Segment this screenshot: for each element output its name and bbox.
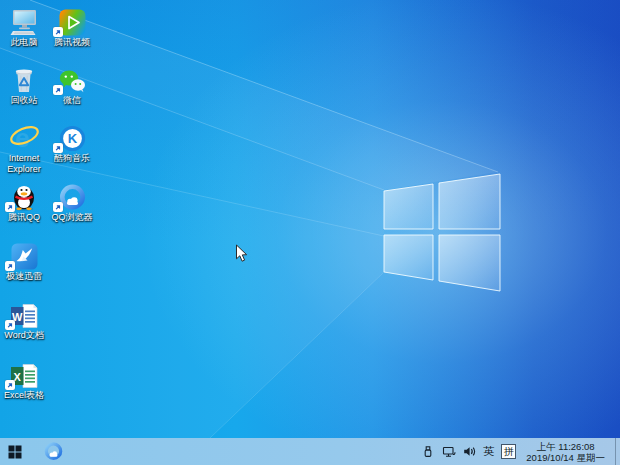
shortcut-arrow-icon [5,320,15,330]
icon-label: 腾讯QQ [8,212,40,223]
shortcut-arrow-icon [53,27,63,37]
icon-label: Word文档 [4,330,43,341]
icon-label: 腾讯视频 [54,37,90,48]
icon-label: 极速迅雷 [6,271,42,282]
clock-date: 2019/10/14 星期一 [526,452,605,463]
this-pc-icon [7,6,41,36]
qq-browser-icon [44,442,63,461]
ime-mode-indicator[interactable]: 拼 [501,444,516,459]
wechat-icon [55,64,89,94]
desktop-icon-thunder[interactable]: 极速迅雷 [1,240,47,282]
word-document-icon: W [7,299,41,329]
network-icon[interactable] [442,445,456,458]
usb-device-icon[interactable] [422,445,435,458]
qq-browser-icon [55,181,89,211]
icon-label: Excel表格 [4,390,44,401]
shortcut-arrow-icon [5,380,15,390]
internet-explorer-icon: e [7,122,41,152]
icon-label: Internet Explorer [1,153,47,175]
show-desktop-button[interactable] [615,438,620,465]
volume-icon[interactable] [463,445,476,458]
icon-label: 此电脑 [11,37,38,48]
desktop: 此电脑 腾讯视频 回收站 [0,0,620,465]
tencent-video-icon [55,6,89,36]
taskbar-qq-browser-button[interactable] [38,438,68,465]
taskbar-clock[interactable]: 上午 11:26:08 2019/10/14 星期一 [523,441,608,463]
desktop-icon-tencent-video[interactable]: 腾讯视频 [49,6,95,48]
windows-logo-icon [8,445,22,459]
shortcut-arrow-icon [53,202,63,212]
taskbar: 英 拼 上午 11:26:08 2019/10/14 星期一 [0,438,620,465]
kugou-music-icon: K [55,122,89,152]
desktop-icon-word-document[interactable]: W Word文档 [1,299,47,341]
shortcut-arrow-icon [53,143,63,153]
excel-sheet-icon: X [7,359,41,389]
clock-time: 上午 11:26:08 [526,441,605,452]
icon-label: 酷狗音乐 [54,153,90,164]
ime-language-indicator[interactable]: 英 [483,438,494,465]
shortcut-arrow-icon [5,202,15,212]
desktop-icon-wechat[interactable]: 微信 [49,64,95,106]
desktop-icon-qq-browser[interactable]: QQ浏览器 [49,181,95,223]
shortcut-arrow-icon [5,261,15,271]
recycle-bin-icon [7,64,41,94]
tencent-qq-icon [7,181,41,211]
desktop-icon-kugou-music[interactable]: K 酷狗音乐 [49,122,95,164]
thunder-icon [7,240,41,270]
icon-label: QQ浏览器 [51,212,92,223]
desktop-icon-excel-sheet[interactable]: X Excel表格 [1,359,47,401]
desktop-icon-internet-explorer[interactable]: e Internet Explorer [1,122,47,175]
desktop-icon-this-pc[interactable]: 此电脑 [1,6,47,48]
icon-label: 回收站 [11,95,38,106]
system-tray: 英 拼 上午 11:26:08 2019/10/14 星期一 [422,438,620,465]
desktop-icon-recycle-bin[interactable]: 回收站 [1,64,47,106]
shortcut-arrow-icon [53,85,63,95]
icon-label: 微信 [63,95,81,106]
svg-text:K: K [67,131,77,146]
start-button[interactable] [0,438,30,465]
desktop-icon-tencent-qq[interactable]: 腾讯QQ [1,181,47,223]
